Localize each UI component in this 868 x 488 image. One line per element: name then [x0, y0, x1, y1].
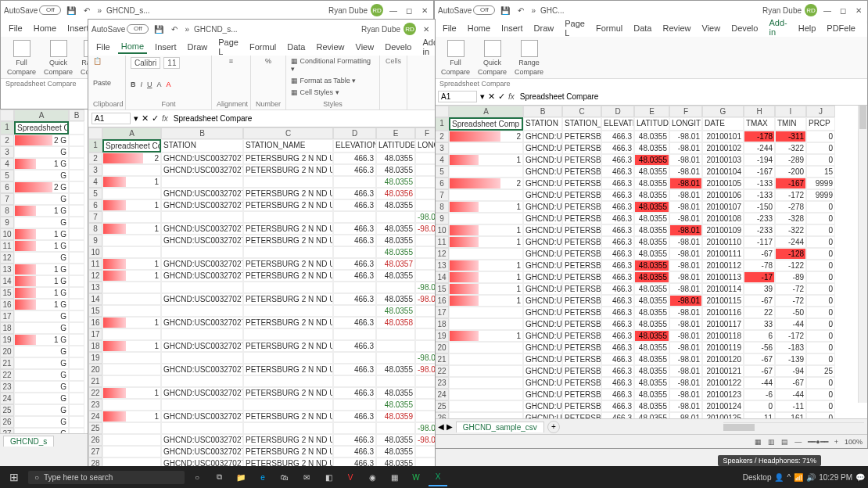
data-cell[interactable]: PETERSBU: [562, 353, 601, 365]
data-cell[interactable]: 466.3: [333, 364, 376, 375]
data-cell[interactable]: 0: [806, 353, 835, 365]
data-cell[interactable]: PETERSBURG 2 N ND US: [243, 188, 333, 199]
data-cell[interactable]: PETERSBURG 2 N ND US: [243, 411, 333, 422]
data-cell[interactable]: G: [14, 404, 69, 416]
data-cell[interactable]: 0: [806, 307, 835, 318]
view-normal-icon[interactable]: ▦: [755, 438, 762, 446]
data-cell[interactable]: 466.3: [333, 317, 376, 328]
data-cell[interactable]: 48.0355: [634, 131, 669, 142]
data-cell[interactable]: 1: [449, 271, 523, 283]
data-cell[interactable]: [449, 213, 523, 224]
data-cell[interactable]: 0: [806, 142, 835, 154]
data-cell[interactable]: -89: [775, 271, 806, 283]
data-cell[interactable]: 48.0356: [376, 188, 415, 199]
menu-help[interactable]: Help: [795, 22, 820, 34]
data-cell[interactable]: PETERSBURG 2 N ND US: [243, 270, 333, 282]
autosave-toggle-2[interactable]: AutoSave Off: [91, 24, 149, 34]
data-cell[interactable]: GHCND:US: [523, 213, 562, 224]
data-cell[interactable]: -133: [744, 189, 775, 201]
data-cell[interactable]: -167: [775, 178, 806, 189]
data-cell[interactable]: 20100117: [702, 318, 744, 330]
tray-chevron-icon[interactable]: ^: [787, 473, 791, 482]
data-cell[interactable]: 0: [806, 283, 835, 295]
data-cell[interactable]: 20100103: [702, 154, 744, 166]
data-cell[interactable]: 20100120: [702, 353, 744, 365]
data-cell[interactable]: [102, 235, 161, 246]
data-cell[interactable]: 1: [449, 295, 523, 307]
data-cell[interactable]: [449, 342, 523, 353]
data-cell[interactable]: -78: [744, 260, 775, 271]
data-cell[interactable]: [161, 328, 243, 340]
data-cell[interactable]: -98.01: [669, 307, 702, 318]
data-cell[interactable]: [243, 246, 333, 258]
data-cell[interactable]: 466.3: [333, 293, 376, 305]
data-cell[interactable]: PETERSBURG 2 N ND US: [243, 434, 333, 446]
data-cell[interactable]: GHCND:USC00327027: [161, 199, 243, 211]
conditional-formatting-button[interactable]: ▦ Conditional Formatting ▾: [291, 57, 375, 73]
cell-styles-button[interactable]: ▦ Cell Styles ▾: [291, 88, 375, 96]
data-cell[interactable]: 48.0355: [376, 270, 415, 282]
data-cell[interactable]: [376, 328, 415, 340]
data-cell[interactable]: [333, 211, 376, 223]
menu-file[interactable]: File: [93, 41, 113, 53]
data-cell[interactable]: 466.3: [601, 353, 634, 365]
data-cell[interactable]: 466.3: [333, 223, 376, 235]
data-cell[interactable]: -122: [775, 260, 806, 271]
minimize-icon[interactable]: —: [388, 5, 399, 16]
data-cell[interactable]: 0: [806, 201, 835, 213]
edge-icon[interactable]: e: [253, 468, 272, 486]
data-cell[interactable]: 48.0355: [376, 176, 415, 188]
data-cell[interactable]: 466.3: [333, 258, 376, 270]
data-cell[interactable]: 466.3: [333, 340, 376, 352]
data-cell[interactable]: 48.0355: [634, 307, 669, 318]
data-cell[interactable]: -139: [775, 353, 806, 365]
data-cell[interactable]: [415, 246, 435, 258]
data-cell[interactable]: -98.01: [669, 400, 702, 412]
data-cell[interactable]: G: [14, 170, 69, 181]
data-cell[interactable]: 48.0355: [634, 248, 669, 260]
accept-icon[interactable]: ✓: [152, 113, 159, 124]
data-cell[interactable]: 1: [449, 330, 523, 342]
data-cell[interactable]: [161, 375, 243, 387]
data-cell[interactable]: 2 G: [14, 181, 69, 193]
data-cell[interactable]: -98.01: [669, 189, 702, 201]
data-cell[interactable]: PETERSBU: [562, 307, 601, 318]
data-cell[interactable]: [415, 340, 435, 352]
data-cell[interactable]: PETERSBURG 2 N ND US: [243, 317, 333, 328]
data-cell[interactable]: GHCND:US: [523, 166, 562, 178]
data-cell[interactable]: 466.3: [601, 189, 634, 201]
data-cell[interactable]: 48.0355: [634, 365, 669, 377]
data-cell[interactable]: 466.3: [333, 188, 376, 199]
data-cell[interactable]: 20100122: [702, 377, 744, 389]
data-cell[interactable]: G: [14, 252, 69, 264]
menu-view[interactable]: View: [353, 41, 378, 53]
data-cell[interactable]: [102, 434, 161, 446]
data-cell[interactable]: -200: [775, 166, 806, 178]
data-cell[interactable]: 1: [102, 411, 161, 422]
data-cell[interactable]: -322: [775, 224, 806, 236]
data-cell[interactable]: 466.3: [601, 412, 634, 418]
data-cell[interactable]: [376, 375, 415, 387]
font-name-select[interactable]: Calibri: [131, 57, 160, 69]
data-cell[interactable]: [161, 399, 243, 411]
data-cell[interactable]: PETERSBURG 2 N ND US: [243, 152, 333, 164]
menu-page[interactable]: Page L: [215, 36, 242, 58]
data-cell[interactable]: 1: [102, 258, 161, 270]
data-cell[interactable]: 48.0355: [634, 400, 669, 412]
data-cell[interactable]: 0: [806, 248, 835, 260]
data-cell[interactable]: [415, 258, 435, 270]
data-cell[interactable]: 48.0355: [634, 213, 669, 224]
data-cell[interactable]: -98.01: [669, 412, 702, 418]
data-cell[interactable]: PETERSBU: [562, 131, 601, 142]
data-cell[interactable]: 466.3: [333, 235, 376, 246]
data-cell[interactable]: 466.3: [333, 458, 376, 466]
data-cell[interactable]: -72: [775, 295, 806, 307]
data-cell[interactable]: 466.3: [601, 131, 634, 142]
data-cell[interactable]: [415, 164, 435, 176]
data-cell[interactable]: 48.0355: [634, 377, 669, 389]
data-cell[interactable]: 0: [806, 412, 835, 418]
data-cell[interactable]: [333, 352, 376, 364]
data-cell[interactable]: -98.01: [415, 282, 435, 293]
data-cell[interactable]: 48.0355: [376, 458, 415, 466]
data-cell[interactable]: 48.0355: [634, 154, 669, 166]
